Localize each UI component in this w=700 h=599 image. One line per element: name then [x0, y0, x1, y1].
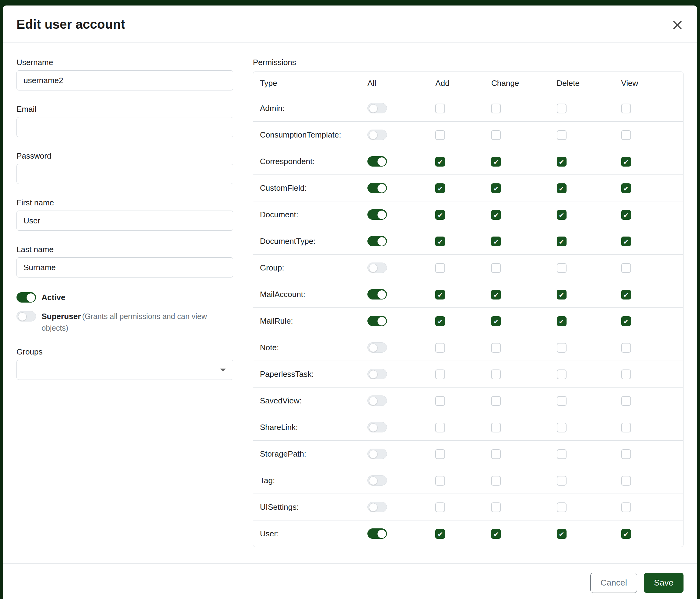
permission-all-toggle[interactable] — [368, 129, 387, 140]
permission-view-checkbox[interactable] — [621, 316, 631, 326]
permission-change-checkbox[interactable] — [491, 103, 501, 113]
permission-view-checkbox[interactable] — [621, 183, 631, 193]
permission-all-toggle[interactable] — [368, 156, 387, 167]
permission-change-checkbox[interactable] — [491, 263, 501, 273]
permission-add-checkbox[interactable] — [435, 396, 445, 406]
permission-all-toggle[interactable] — [368, 236, 387, 246]
permission-all-toggle[interactable] — [368, 449, 387, 459]
permission-add-checkbox[interactable] — [435, 476, 445, 486]
username-input[interactable] — [17, 70, 233, 91]
permission-change-checkbox[interactable] — [491, 210, 501, 220]
permission-all-toggle[interactable] — [368, 342, 387, 353]
permission-delete-checkbox[interactable] — [557, 237, 567, 246]
permission-change-checkbox[interactable] — [491, 157, 501, 167]
permission-delete-checkbox[interactable] — [557, 396, 567, 406]
permission-delete-checkbox[interactable] — [557, 502, 567, 512]
cancel-button[interactable]: Cancel — [590, 573, 637, 593]
permission-add-checkbox[interactable] — [435, 157, 445, 167]
permission-change-checkbox[interactable] — [491, 316, 501, 326]
permission-delete-checkbox[interactable] — [557, 263, 567, 273]
permission-delete-checkbox[interactable] — [557, 103, 567, 113]
permission-change-checkbox[interactable] — [491, 369, 501, 379]
permission-view-checkbox[interactable] — [621, 343, 631, 353]
permission-type-label: User: — [253, 521, 361, 547]
permission-view-checkbox[interactable] — [621, 237, 631, 246]
permission-add-checkbox[interactable] — [435, 423, 445, 432]
email-input[interactable] — [17, 117, 233, 137]
permission-delete-checkbox[interactable] — [557, 290, 567, 300]
permission-add-checkbox[interactable] — [435, 130, 445, 140]
permission-view-checkbox[interactable] — [621, 103, 631, 113]
permission-all-toggle[interactable] — [368, 316, 387, 326]
permission-delete-checkbox[interactable] — [557, 316, 567, 326]
permission-all-toggle[interactable] — [368, 209, 387, 220]
permission-delete-checkbox[interactable] — [557, 369, 567, 379]
permission-add-checkbox[interactable] — [435, 237, 445, 246]
permission-all-toggle[interactable] — [368, 263, 387, 273]
permission-change-checkbox[interactable] — [491, 183, 501, 193]
permission-delete-checkbox[interactable] — [557, 343, 567, 353]
permission-delete-checkbox[interactable] — [557, 476, 567, 486]
permission-all-toggle[interactable] — [368, 369, 387, 379]
permission-change-checkbox[interactable] — [491, 449, 501, 459]
permission-change-checkbox[interactable] — [491, 423, 501, 432]
permission-add-checkbox[interactable] — [435, 502, 445, 512]
permission-change-checkbox[interactable] — [491, 476, 501, 486]
permission-add-checkbox[interactable] — [435, 183, 445, 193]
permission-all-toggle[interactable] — [368, 475, 387, 486]
save-button[interactable]: Save — [644, 573, 683, 593]
permission-add-checkbox[interactable] — [435, 449, 445, 459]
permission-view-checkbox[interactable] — [621, 130, 631, 140]
permission-row: MailAccount: — [253, 281, 683, 308]
permission-change-checkbox[interactable] — [491, 130, 501, 140]
permission-view-checkbox[interactable] — [621, 157, 631, 167]
permission-add-checkbox[interactable] — [435, 529, 445, 539]
permission-view-checkbox[interactable] — [621, 396, 631, 406]
permission-view-checkbox[interactable] — [621, 476, 631, 486]
active-label: Active — [42, 291, 65, 303]
permission-add-checkbox[interactable] — [435, 210, 445, 220]
permission-view-checkbox[interactable] — [621, 369, 631, 379]
active-toggle[interactable] — [17, 292, 36, 303]
permission-add-checkbox[interactable] — [435, 316, 445, 326]
permission-all-toggle[interactable] — [368, 289, 387, 300]
permission-all-toggle[interactable] — [368, 396, 387, 406]
permission-view-checkbox[interactable] — [621, 502, 631, 512]
permission-all-toggle[interactable] — [368, 183, 387, 193]
permission-add-checkbox[interactable] — [435, 263, 445, 273]
last-name-input[interactable] — [17, 257, 233, 278]
permission-all-toggle[interactable] — [368, 502, 387, 512]
permission-view-checkbox[interactable] — [621, 529, 631, 539]
permission-add-checkbox[interactable] — [435, 369, 445, 379]
permission-all-toggle[interactable] — [368, 528, 387, 539]
permission-view-checkbox[interactable] — [621, 290, 631, 300]
permission-delete-checkbox[interactable] — [557, 423, 567, 432]
first-name-input[interactable] — [17, 211, 233, 231]
permission-all-toggle[interactable] — [368, 422, 387, 432]
permission-add-checkbox[interactable] — [435, 290, 445, 300]
permission-delete-checkbox[interactable] — [557, 449, 567, 459]
permission-view-checkbox[interactable] — [621, 210, 631, 220]
password-input[interactable] — [17, 164, 233, 184]
permission-add-checkbox[interactable] — [435, 343, 445, 353]
permission-change-checkbox[interactable] — [491, 343, 501, 353]
permission-delete-checkbox[interactable] — [557, 157, 567, 167]
permission-delete-checkbox[interactable] — [557, 529, 567, 539]
permission-change-checkbox[interactable] — [491, 502, 501, 512]
permission-view-checkbox[interactable] — [621, 263, 631, 273]
permission-change-checkbox[interactable] — [491, 290, 501, 300]
permission-delete-checkbox[interactable] — [557, 130, 567, 140]
permission-view-checkbox[interactable] — [621, 449, 631, 459]
permission-delete-checkbox[interactable] — [557, 183, 567, 193]
permission-change-checkbox[interactable] — [491, 237, 501, 246]
permission-add-checkbox[interactable] — [435, 103, 445, 113]
permission-view-checkbox[interactable] — [621, 423, 631, 432]
permission-change-checkbox[interactable] — [491, 529, 501, 539]
permission-change-checkbox[interactable] — [491, 396, 501, 406]
permission-delete-checkbox[interactable] — [557, 210, 567, 220]
close-button[interactable] — [670, 18, 685, 32]
groups-select[interactable] — [17, 360, 233, 380]
permission-type-label: Correspondent: — [253, 148, 361, 175]
superuser-toggle[interactable] — [17, 311, 36, 321]
permission-all-toggle[interactable] — [368, 103, 387, 113]
